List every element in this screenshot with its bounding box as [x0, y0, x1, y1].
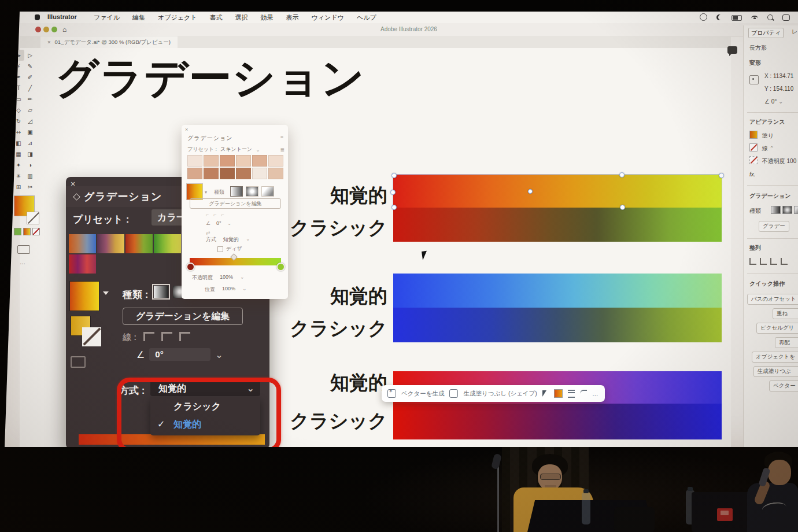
- dither-checkbox[interactable]: [217, 246, 223, 252]
- menu-item-0[interactable]: ファイル: [94, 13, 120, 22]
- stroke-style-icon[interactable]: ⌐: [213, 212, 216, 217]
- edit-gradient-button[interactable]: グラデーションを編集: [190, 198, 281, 209]
- tool-curvature[interactable]: ✎: [24, 61, 36, 72]
- stroke-color-swatch[interactable]: [27, 212, 39, 224]
- tool-shaper[interactable]: ◇: [13, 105, 24, 116]
- angle-value[interactable]: 0°: [771, 98, 777, 105]
- stepper-icon[interactable]: ⌃: [770, 145, 774, 152]
- tool-symbol-sprayer[interactable]: ✳: [13, 171, 24, 182]
- apple-menu-icon[interactable]: [35, 14, 40, 20]
- generative-fill-icon[interactable]: [449, 389, 458, 398]
- tab-gradient[interactable]: グラデーション: [66, 186, 187, 207]
- skin-swatch-5[interactable]: [268, 155, 283, 167]
- tab-properties[interactable]: プロパティ: [748, 28, 784, 38]
- gradient-bar-perceptual-2[interactable]: [393, 274, 722, 308]
- tool-paintbrush[interactable]: ✐: [24, 72, 36, 83]
- menu-item-8[interactable]: ヘルプ: [357, 13, 376, 22]
- tool-selection[interactable]: ▶: [13, 50, 24, 61]
- menu-item-5[interactable]: 効果: [261, 13, 274, 22]
- chevron-down-icon[interactable]: ⌄: [256, 147, 260, 153]
- skin-swatch-2[interactable]: [220, 155, 235, 167]
- x-value[interactable]: 1134.71: [773, 73, 793, 79]
- search-icon[interactable]: [767, 14, 773, 20]
- stroke-style-icon[interactable]: ⌐: [206, 212, 209, 217]
- menu-item-3[interactable]: 書式: [210, 13, 223, 22]
- selection-handle[interactable]: [719, 173, 724, 178]
- tool-artboard[interactable]: ⊞: [13, 182, 24, 193]
- generate-vectors-button[interactable]: ベクターを生成: [401, 390, 444, 398]
- harmony-swatch-2[interactable]: [125, 234, 153, 253]
- fill-swatch-icon[interactable]: [749, 131, 758, 139]
- tool-type[interactable]: T: [13, 83, 24, 94]
- menu-item-2[interactable]: オブジェクト: [158, 13, 197, 22]
- menu-item-4[interactable]: 選択: [235, 13, 248, 22]
- quick-action-5[interactable]: 生成塗りつぶ: [753, 366, 798, 377]
- fill-swatch-icon[interactable]: [554, 389, 563, 398]
- selection-handle[interactable]: [620, 205, 625, 210]
- fill-row[interactable]: 塗り: [749, 131, 774, 140]
- tool-blend[interactable]: ◑: [24, 160, 36, 171]
- corner-options-icon[interactable]: [580, 390, 587, 398]
- quick-action-1[interactable]: 重ね: [773, 308, 798, 319]
- more-options-icon[interactable]: …: [592, 390, 598, 397]
- list-icon[interactable]: ≣: [280, 147, 285, 153]
- tool-shape-builder[interactable]: ◧: [13, 138, 24, 149]
- chevron-down-icon[interactable]: ▾: [205, 190, 207, 195]
- control-center-icon[interactable]: [782, 14, 790, 21]
- radial-gradient-button[interactable]: [782, 206, 792, 214]
- selection-handle[interactable]: [391, 205, 397, 210]
- tool-rotate[interactable]: ↻: [13, 116, 24, 127]
- tool-pen[interactable]: ✒: [13, 72, 24, 83]
- edit-toolbar-icon[interactable]: …: [20, 259, 26, 265]
- gradient-stop-right[interactable]: [276, 263, 285, 271]
- quick-action-3[interactable]: 再配: [775, 337, 798, 348]
- generate-vectors-icon[interactable]: [387, 389, 396, 398]
- y-field[interactable]: Y : 154.110: [764, 86, 793, 92]
- tool-line[interactable]: ╱: [24, 83, 36, 94]
- swap-colors-icon[interactable]: [71, 356, 86, 368]
- generative-fill-button[interactable]: 生成塗りつぶし (シェイプ): [463, 390, 537, 398]
- menu-item-7[interactable]: ウィンドウ: [312, 13, 344, 22]
- stroke-style-icon[interactable]: ⌐: [221, 212, 224, 217]
- angle-value[interactable]: 0°: [216, 220, 221, 226]
- tab-layers[interactable]: レイヤー: [792, 28, 798, 38]
- gradient-bar-classic-2[interactable]: [393, 308, 722, 342]
- chevron-down-icon[interactable]: ⌄: [246, 236, 250, 243]
- skin-swatch-0[interactable]: [187, 155, 202, 167]
- select-tool-icon[interactable]: [542, 390, 549, 397]
- tool-width[interactable]: ↭: [13, 127, 24, 138]
- tool-perspective-grid[interactable]: ⊿: [24, 138, 36, 149]
- harmony-swatch-7[interactable]: [69, 254, 96, 274]
- tool-free-transform[interactable]: ▣: [24, 127, 36, 138]
- stroke-options-icon[interactable]: [568, 390, 575, 398]
- skin-swatch-8[interactable]: [220, 168, 235, 179]
- tool-eyedropper[interactable]: ✦: [13, 160, 24, 171]
- gradient-thumbnail[interactable]: [69, 281, 99, 311]
- skin-swatch-9[interactable]: [236, 168, 251, 179]
- chevron-down-icon[interactable]: [103, 291, 109, 295]
- close-icon[interactable]: ×: [185, 127, 188, 132]
- align-right-icon[interactable]: [770, 258, 777, 265]
- skin-swatch-11[interactable]: [268, 168, 283, 179]
- angle-field[interactable]: 0°: [149, 348, 210, 361]
- tool-direct-selection[interactable]: ▷: [24, 50, 36, 61]
- chevron-down-icon[interactable]: ⌄: [242, 286, 247, 293]
- gradient-bar-classic-1[interactable]: [393, 208, 722, 242]
- edit-gradient-button[interactable]: グラデーションを編集: [123, 308, 243, 325]
- gradient-bar-classic-3[interactable]: [393, 404, 722, 439]
- comment-bubble-icon[interactable]: [727, 46, 737, 54]
- y-value[interactable]: 154.110: [773, 86, 793, 92]
- freeform-gradient-button[interactable]: [261, 186, 274, 197]
- skin-swatch-3[interactable]: [236, 155, 251, 167]
- menu-item-6[interactable]: 表示: [286, 13, 299, 22]
- gradient-panel-button[interactable]: グラデー: [759, 221, 789, 232]
- stroke-style-icon[interactable]: [179, 332, 190, 341]
- tool-magic-wand[interactable]: ⚡: [13, 61, 24, 72]
- quick-action-6[interactable]: ベクター: [769, 380, 798, 391]
- gradient-thumbnail[interactable]: [186, 183, 203, 200]
- gradient-bar-perceptual-1[interactable]: [393, 175, 722, 208]
- reference-point-icon[interactable]: [749, 75, 759, 84]
- tool-mesh[interactable]: ▦: [13, 149, 24, 160]
- radial-gradient-button[interactable]: [246, 186, 258, 197]
- skin-swatch-1[interactable]: [204, 155, 219, 167]
